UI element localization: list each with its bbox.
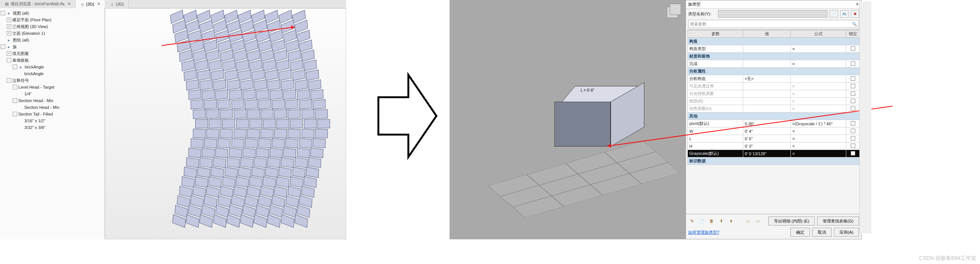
param-value[interactable]: 0' 0 13/128" — [743, 150, 791, 157]
tool-delete-icon[interactable]: 🗑 — [708, 217, 715, 225]
param-lock[interactable] — [846, 90, 860, 98]
param-name[interactable]: 日光得热系数 — [688, 90, 743, 98]
tree-node[interactable]: +立面 (Elevation 1) — [1, 30, 104, 36]
tree-twisty-icon[interactable]: - — [13, 65, 17, 69]
param-lock[interactable] — [846, 150, 860, 157]
param-formula[interactable]: = — [791, 128, 846, 135]
tree-node[interactable]: +三维视图 (3D View) — [1, 23, 104, 30]
tree-node[interactable]: 3/32" x 3/8" — [1, 124, 104, 131]
tree-node[interactable]: brickAngle — [1, 70, 104, 77]
param-row[interactable]: H0' 3"= — [688, 142, 860, 150]
search-params-input[interactable]: 搜索参数 🔍 — [688, 20, 859, 28]
tree-node[interactable]: -Section Head - Min — [1, 97, 104, 104]
tree-node[interactable]: -▸视图 (all) — [1, 10, 104, 16]
param-value[interactable]: 0' 4" — [743, 128, 791, 135]
param-name[interactable]: H — [688, 142, 743, 150]
close-tab-icon[interactable]: ✕ — [67, 2, 71, 6]
tool-sort-asc-icon[interactable]: ⇞ — [718, 217, 725, 225]
param-formula[interactable]: = — [791, 60, 846, 68]
col-value[interactable]: 值 — [743, 30, 791, 38]
param-formula[interactable]: = — [791, 135, 846, 142]
param-lock[interactable] — [846, 120, 860, 128]
col-lock[interactable]: 锁定 — [846, 30, 860, 38]
tree-node[interactable]: +填充图案 — [1, 50, 104, 57]
close-icon[interactable]: ✕ — [856, 2, 859, 7]
tree-node[interactable]: +楼层平面 (Floor Plan) — [1, 16, 104, 23]
param-name[interactable]: pivot(默认) — [688, 120, 743, 128]
param-formula[interactable]: = — [791, 83, 846, 90]
param-name[interactable]: 可见光透过率 — [688, 83, 743, 90]
tree-node[interactable]: -幕墙嵌板 — [1, 57, 104, 63]
param-section-header[interactable]: 分析属性 — [688, 68, 860, 75]
help-link[interactable]: 如何管理族类型? — [688, 229, 719, 235]
tree-node[interactable]: -▸族 — [1, 43, 104, 50]
param-section-header[interactable]: 其他 — [688, 112, 860, 120]
param-name[interactable]: 分析构造 — [688, 75, 743, 83]
param-name[interactable]: Grayscale(默认) — [688, 150, 743, 157]
param-row[interactable]: 日光得热系数= — [688, 90, 860, 98]
right-toolbar[interactable] — [859, 2, 871, 233]
param-value[interactable] — [743, 60, 791, 68]
tree-node[interactable]: ▸图纸 (all) — [1, 36, 104, 43]
tool-down-icon[interactable]: ↓↑ — [754, 217, 762, 225]
param-name[interactable]: 传热系数(U) — [688, 105, 743, 112]
search-icon[interactable]: 🔍 — [852, 22, 857, 27]
lookup-export-button[interactable]: 导出明细 (内部) (E) — [768, 217, 815, 226]
param-formula[interactable]: = — [791, 45, 846, 53]
tree-node[interactable]: -▸brickAngle — [1, 63, 104, 70]
tree-node[interactable]: -Level Head - Target — [1, 84, 104, 90]
param-row[interactable]: 热阻(R)= — [688, 98, 860, 105]
tree-twisty-icon[interactable]: + — [7, 24, 11, 29]
project-browser-tree[interactable]: -▸视图 (all)+楼层平面 (Floor Plan)+三维视图 (3D Vi… — [0, 8, 105, 239]
param-lock[interactable] — [846, 142, 860, 150]
tool-pencil-icon[interactable]: ✎ — [688, 217, 696, 225]
manage-lookup-button[interactable]: 管理查找表格(G) — [817, 217, 859, 226]
param-formula[interactable]: = — [791, 150, 846, 157]
tree-twisty-icon[interactable]: - — [13, 112, 17, 116]
delete-type-icon[interactable]: ✖ — [851, 10, 859, 17]
col-param[interactable]: 参数 — [688, 30, 743, 38]
param-name[interactable]: 完成 — [688, 60, 743, 68]
tool-new-icon[interactable]: 📄 — [698, 217, 705, 225]
param-lock[interactable] — [846, 135, 860, 142]
param-section-header[interactable]: 材质和装饰 — [688, 53, 860, 60]
param-section-header[interactable]: 标识数据 — [688, 157, 860, 165]
rename-type-icon[interactable]: AI — [840, 10, 848, 17]
viewcube[interactable] — [664, 2, 682, 21]
close-tab-icon[interactable]: ✕ — [97, 2, 100, 6]
tree-twisty-icon[interactable]: - — [1, 44, 5, 49]
tree-node[interactable]: -Section Tail - Filled — [1, 111, 104, 117]
param-row[interactable]: Grayscale(默认)0' 0 13/128"= — [688, 150, 860, 157]
tab-1[interactable]: ⌂{3D}✕ — [76, 0, 105, 8]
param-row[interactable]: 构造类型= — [688, 45, 860, 53]
param-formula[interactable] — [791, 75, 846, 83]
param-value[interactable] — [743, 98, 791, 105]
param-row[interactable]: pivot(默认)0.38°=(Grayscale / 1') * 45° — [688, 120, 860, 128]
param-row[interactable]: 可见光透过率= — [688, 83, 860, 90]
tree-node[interactable]: 3/16" x 1/2" — [1, 117, 104, 124]
param-name[interactable]: 热阻(R) — [688, 98, 743, 105]
cancel-button[interactable]: 取消 — [812, 228, 832, 237]
col-formula[interactable]: 公式 — [791, 30, 846, 38]
ok-button[interactable]: 确定 — [791, 228, 810, 237]
tree-node[interactable]: 1/4" — [1, 90, 104, 97]
new-type-icon[interactable]: 📄 — [830, 10, 838, 17]
apply-button[interactable]: 应用(A) — [834, 228, 859, 237]
tree-twisty-icon[interactable]: - — [7, 78, 11, 83]
param-formula[interactable]: = — [791, 90, 846, 98]
param-lock[interactable] — [846, 60, 860, 68]
param-value[interactable] — [743, 90, 791, 98]
param-lock[interactable] — [846, 98, 860, 105]
param-row[interactable]: 分析构造<无> — [688, 75, 860, 83]
tree-twisty-icon[interactable]: - — [13, 98, 17, 103]
param-formula[interactable]: = — [791, 105, 846, 112]
param-name[interactable]: 构造类型 — [688, 45, 743, 53]
param-lock[interactable] — [846, 75, 860, 83]
param-value[interactable] — [743, 45, 791, 53]
tool-sort-desc-icon[interactable]: ⇟ — [727, 217, 735, 225]
tree-twisty-icon[interactable]: + — [7, 51, 11, 56]
tree-twisty-icon[interactable]: - — [13, 85, 17, 89]
tree-twisty-icon[interactable]: + — [7, 31, 11, 36]
tree-twisty-icon[interactable]: + — [7, 17, 11, 22]
dialog-titlebar[interactable]: 族类型 ✕ — [686, 0, 861, 9]
